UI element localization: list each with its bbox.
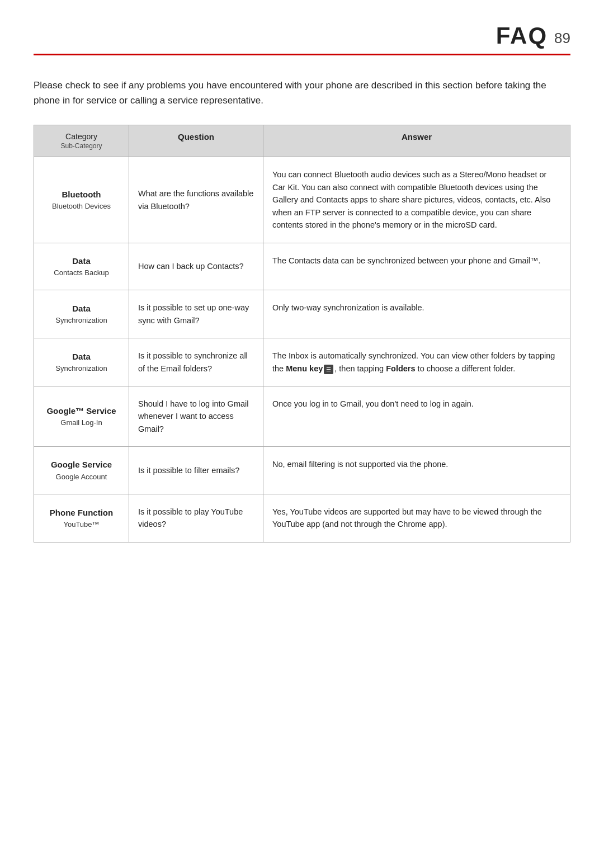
folders-label: Folders: [386, 364, 415, 373]
col-header-answer: Answer: [263, 125, 570, 157]
answer-cell: Only two-way synchronization is availabl…: [263, 290, 570, 338]
intro-paragraph: Please check to see if any problems you …: [34, 78, 570, 108]
cat-sub: Google Account: [43, 471, 120, 483]
col-category-sub: Sub-Category: [60, 142, 102, 150]
col-category-main: Category: [65, 132, 97, 141]
col-header-category: Category Sub-Category: [34, 125, 129, 157]
category-cell: DataContacts Backup: [34, 243, 129, 290]
question-cell: Should I have to log into Gmail whenever…: [129, 386, 263, 446]
cat-main: Data: [43, 350, 120, 363]
question-cell: Is it possible to synchronize all of the…: [129, 338, 263, 386]
cat-sub: Synchronization: [43, 315, 120, 326]
question-cell: Is it possible to play YouTube videos?: [129, 494, 263, 542]
answer-cell: Once you log in to Gmail, you don't need…: [263, 386, 570, 446]
faq-table: Category Sub-Category Question Answer Bl…: [34, 125, 570, 542]
cat-main: Data: [43, 254, 120, 267]
category-cell: BluetoothBluetooth Devices: [34, 157, 129, 243]
cat-main: Data: [43, 302, 120, 315]
cat-sub: YouTube™: [43, 519, 120, 530]
page-number: 89: [554, 30, 570, 47]
table-row: DataSynchronizationIs it possible to set…: [34, 290, 570, 338]
answer-cell: Yes, YouTube videos are supported but ma…: [263, 494, 570, 542]
category-cell: Phone FunctionYouTube™: [34, 494, 129, 542]
table-row: Google™ ServiceGmail Log-InShould I have…: [34, 386, 570, 446]
table-row: Phone FunctionYouTube™Is it possible to …: [34, 494, 570, 542]
cat-sub: Gmail Log-In: [43, 417, 120, 428]
question-cell: What are the functions available via Blu…: [129, 157, 263, 243]
question-cell: Is it possible to filter emails?: [129, 447, 263, 494]
answer-cell: The Contacts data can be synchronized be…: [263, 243, 570, 290]
category-cell: Google ServiceGoogle Account: [34, 447, 129, 494]
answer-cell: You can connect Bluetooth audio devices …: [263, 157, 570, 243]
page: FAQ 89 Please check to see if any proble…: [0, 0, 604, 868]
col-header-question: Question: [129, 125, 263, 157]
cat-sub: Bluetooth Devices: [43, 201, 120, 212]
menu-key-icon: ☰: [324, 365, 333, 375]
menu-key-label: Menu key: [286, 364, 323, 373]
table-row: Google ServiceGoogle AccountIs it possib…: [34, 447, 570, 494]
cat-main: Google Service: [43, 458, 120, 471]
cat-main: Bluetooth: [43, 188, 120, 201]
question-cell: How can I back up Contacts?: [129, 243, 263, 290]
question-cell: Is it possible to set up one-way sync wi…: [129, 290, 263, 338]
page-title: FAQ: [496, 22, 548, 49]
cat-sub: Synchronization: [43, 363, 120, 374]
answer-cell: No, email filtering is not supported via…: [263, 447, 570, 494]
category-cell: Google™ ServiceGmail Log-In: [34, 386, 129, 446]
answer-cell: The Inbox is automatically synchronized.…: [263, 338, 570, 386]
page-header: FAQ 89: [34, 22, 570, 55]
table-header-row: Category Sub-Category Question Answer: [34, 125, 570, 157]
cat-main: Google™ Service: [43, 404, 120, 417]
table-row: DataSynchronizationIs it possible to syn…: [34, 338, 570, 386]
category-cell: DataSynchronization: [34, 290, 129, 338]
category-cell: DataSynchronization: [34, 338, 129, 386]
cat-main: Phone Function: [43, 506, 120, 519]
table-body: BluetoothBluetooth DevicesWhat are the f…: [34, 157, 570, 542]
cat-sub: Contacts Backup: [43, 267, 120, 279]
table-row: BluetoothBluetooth DevicesWhat are the f…: [34, 157, 570, 243]
table-row: DataContacts BackupHow can I back up Con…: [34, 243, 570, 290]
